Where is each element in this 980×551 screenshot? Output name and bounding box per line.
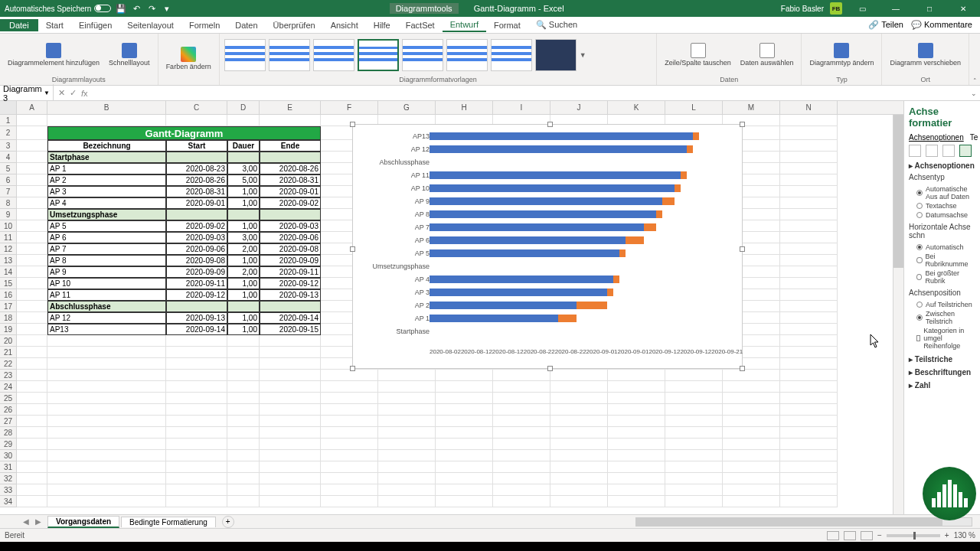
cell[interactable] (780, 335, 838, 347)
cell[interactable]: AP 4 (47, 197, 166, 209)
cell[interactable] (780, 232, 838, 243)
menu-design[interactable]: Entwurf (443, 18, 486, 32)
cell[interactable] (17, 152, 47, 163)
cell[interactable] (166, 381, 227, 393)
cell[interactable]: 1,00 (227, 278, 260, 289)
cell[interactable] (665, 370, 723, 381)
ribbon-options-icon[interactable]: ▭ (848, 0, 876, 17)
cell[interactable] (227, 461, 260, 473)
cell[interactable] (608, 416, 665, 427)
row-header[interactable]: 1 (0, 115, 17, 126)
cell[interactable]: 1,00 (227, 255, 260, 266)
cell[interactable] (321, 370, 378, 381)
cell[interactable] (665, 439, 723, 450)
user-name[interactable]: Fabio Basler (781, 5, 824, 13)
cell[interactable] (321, 439, 378, 450)
cell[interactable] (780, 278, 838, 289)
confirm-formula-icon[interactable]: ✓ (70, 88, 77, 98)
cell[interactable] (321, 461, 378, 473)
chart-bar-duration[interactable] (644, 223, 656, 231)
cell[interactable] (665, 461, 723, 473)
cell[interactable]: Umsetzungsphase (47, 209, 166, 220)
cell[interactable] (17, 209, 47, 220)
col-header[interactable]: A (17, 101, 47, 114)
menu-pagelayout[interactable]: Seitenlayout (119, 19, 181, 31)
cell[interactable] (780, 381, 838, 393)
cell[interactable] (260, 152, 321, 163)
cell[interactable]: 2020-09-09 (166, 266, 227, 278)
chart-bar-duration[interactable] (681, 171, 687, 179)
cell[interactable] (493, 461, 550, 473)
menu-start[interactable]: Start (38, 19, 71, 31)
cell[interactable] (608, 381, 665, 393)
cell[interactable] (608, 473, 665, 484)
cell[interactable]: 2020-08-26 (260, 163, 321, 174)
share-button[interactable]: 🔗 Teilen (868, 20, 903, 30)
cell[interactable] (493, 381, 550, 393)
cell[interactable] (17, 115, 47, 126)
cell[interactable]: 2020-08-26 (166, 174, 227, 186)
cell[interactable]: Dauer (227, 140, 260, 152)
axis-options-icon[interactable] (959, 145, 972, 157)
menu-search[interactable]: 🔍 Suchen (528, 18, 585, 31)
cell[interactable] (166, 484, 227, 496)
cell[interactable] (166, 209, 227, 220)
cell[interactable] (780, 461, 838, 473)
cell[interactable] (780, 174, 838, 186)
cell[interactable] (493, 473, 550, 484)
chart-bar-offset[interactable] (430, 249, 619, 257)
cell[interactable] (780, 358, 838, 370)
cell[interactable] (166, 427, 227, 439)
cell[interactable]: 2020-09-09 (260, 255, 321, 266)
cell[interactable] (17, 450, 47, 461)
cell[interactable]: 5,00 (227, 174, 260, 186)
cell[interactable] (260, 209, 321, 220)
cell[interactable] (493, 393, 550, 404)
row-header[interactable]: 6 (0, 174, 17, 186)
cell[interactable] (436, 439, 493, 450)
cell[interactable] (166, 335, 227, 347)
cell[interactable] (321, 450, 378, 461)
cell[interactable] (47, 115, 166, 126)
cell[interactable] (227, 450, 260, 461)
cell[interactable] (17, 335, 47, 347)
cell[interactable] (780, 197, 838, 209)
autosave-toggle[interactable]: Automatisches Speichern (5, 5, 111, 13)
row-header[interactable]: 22 (0, 358, 17, 370)
cell[interactable] (436, 484, 493, 496)
cell[interactable] (47, 358, 166, 370)
cell[interactable] (378, 393, 436, 404)
cell[interactable] (665, 473, 723, 484)
col-header[interactable]: L (665, 101, 723, 114)
chart-bar-offset[interactable] (430, 223, 644, 231)
pane-tab-options[interactable]: Achsenoptionen (909, 133, 964, 142)
page-break-view-icon[interactable] (861, 531, 873, 540)
cell[interactable] (227, 347, 260, 358)
cell[interactable] (665, 416, 723, 427)
cell[interactable] (17, 496, 47, 507)
cell[interactable] (780, 209, 838, 220)
cell[interactable] (780, 496, 838, 507)
cell[interactable] (321, 473, 378, 484)
cell[interactable] (723, 461, 780, 473)
chart-bar-duration[interactable] (675, 184, 681, 192)
cell[interactable] (260, 335, 321, 347)
select-data-button[interactable]: Daten auswählen (737, 41, 797, 69)
cell[interactable]: Abschlussphase (47, 301, 166, 312)
cell[interactable] (166, 347, 227, 358)
cell[interactable]: AP 6 (47, 232, 166, 243)
chart-bar-offset[interactable] (430, 236, 626, 244)
cell[interactable] (608, 370, 665, 381)
cell[interactable] (550, 450, 608, 461)
cell[interactable]: 2020-09-13 (166, 312, 227, 324)
row-header[interactable]: 16 (0, 289, 17, 301)
cell[interactable] (723, 404, 780, 416)
row-header[interactable]: 21 (0, 347, 17, 358)
row-header[interactable]: 9 (0, 209, 17, 220)
cell[interactable]: 1,00 (227, 324, 260, 335)
pane-tab-text[interactable]: Te (970, 133, 978, 142)
cell[interactable] (227, 358, 260, 370)
col-header[interactable]: C (166, 101, 227, 114)
cell[interactable]: AP13 (47, 324, 166, 335)
cell[interactable]: Ende (260, 140, 321, 152)
